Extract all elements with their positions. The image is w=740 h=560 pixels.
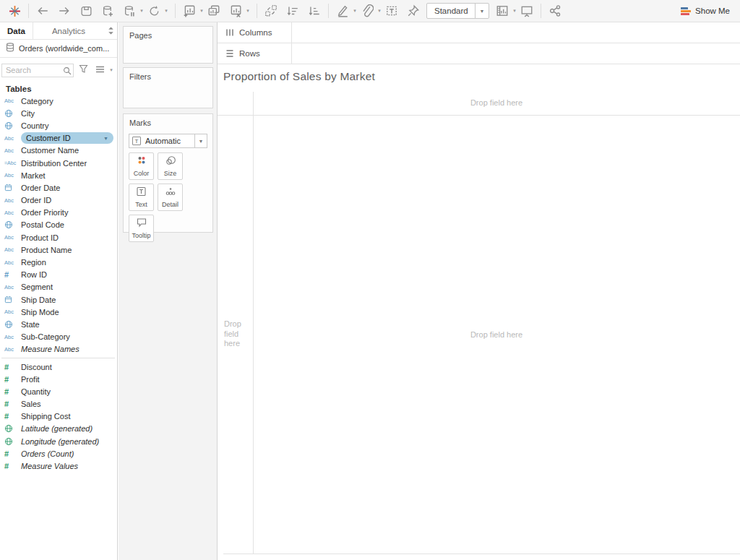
field-row[interactable]: #Orders (Count) — [0, 447, 116, 460]
field-row[interactable]: #Measure Values — [0, 460, 116, 472]
view-options-caret-icon[interactable]: ▾ — [108, 67, 115, 73]
tab-data[interactable]: Data — [0, 22, 33, 39]
selected-field-pill[interactable]: Customer ID▼ — [21, 132, 113, 144]
show-hide-cards-caret-icon[interactable]: ▾ — [511, 8, 518, 14]
field-row[interactable]: AbcProduct ID — [0, 231, 116, 244]
field-row[interactable]: AbcMeasure Names — [0, 343, 116, 356]
highlight-caret-icon[interactable]: ▾ — [351, 8, 358, 14]
view-options-icon[interactable] — [93, 64, 105, 77]
number-icon: # — [4, 449, 9, 458]
columns-icon — [225, 28, 234, 37]
show-me-button[interactable]: Show Me — [681, 7, 734, 15]
drop-field-zone-left[interactable]: Drop field here — [224, 319, 250, 349]
field-row[interactable]: Latitude (generated) — [0, 423, 116, 435]
size-button[interactable]: Size — [158, 152, 183, 180]
filters-shelf[interactable]: Filters — [123, 67, 213, 108]
duplicate-sheet-icon[interactable] — [205, 2, 223, 20]
field-row[interactable]: AbcOrder ID — [0, 194, 116, 207]
field-row[interactable]: #Quantity — [0, 385, 116, 397]
field-row[interactable]: #Profit — [0, 373, 116, 385]
field-row[interactable]: #Row ID — [0, 269, 116, 281]
refresh-data-icon[interactable] — [145, 2, 163, 20]
text-button[interactable]: Text — [129, 184, 154, 211]
color-button[interactable]: Color — [129, 152, 154, 180]
abc-icon: Abc — [4, 197, 14, 204]
presentation-mode-icon[interactable] — [518, 2, 535, 20]
number-icon: # — [4, 363, 9, 371]
field-row[interactable]: AbcShip Mode — [0, 306, 116, 318]
pages-shelf[interactable]: Pages — [123, 26, 213, 64]
sort-ascending-icon[interactable] — [284, 2, 301, 20]
rows-shelf-head: Rows — [218, 43, 292, 64]
abc-icon: Abc — [4, 309, 14, 315]
fit-selector-caret-icon[interactable]: ▼ — [475, 4, 489, 18]
fit-selector[interactable]: Standard ▼ — [426, 3, 489, 19]
clear-sheet-caret-icon[interactable]: ▾ — [244, 8, 251, 14]
data-source-item[interactable]: Orders (worldwide_com... — [0, 40, 117, 58]
marks-buttons: ColorSizeTextDetailTooltip — [124, 152, 212, 242]
clear-sheet-icon[interactable] — [227, 2, 244, 20]
field-row[interactable]: #Discount — [0, 361, 116, 373]
swap-rows-columns-icon[interactable] — [262, 2, 280, 20]
field-row[interactable]: AbcProduct Name — [0, 244, 116, 256]
pause-auto-updates-caret-icon[interactable]: ▾ — [138, 8, 145, 14]
field-row[interactable]: =AbcDistribution Center — [0, 157, 116, 169]
field-row[interactable]: Longitude (generated) — [0, 435, 116, 447]
rows-shelf-drop-area[interactable] — [292, 43, 740, 64]
detail-button[interactable]: Detail — [158, 184, 183, 211]
field-row[interactable]: State — [0, 318, 116, 330]
redo-icon[interactable] — [56, 2, 73, 20]
filter-fields-icon[interactable] — [77, 64, 90, 77]
fix-axes-icon[interactable] — [405, 2, 422, 20]
share-workbook-icon[interactable] — [546, 2, 564, 20]
undo-icon[interactable] — [34, 2, 51, 20]
sort-descending-icon[interactable] — [306, 2, 323, 20]
field-row[interactable]: AbcCustomer ID▼ — [0, 132, 116, 145]
field-row[interactable]: AbcMarket — [0, 169, 116, 181]
field-row[interactable]: AbcSegment — [0, 281, 116, 293]
columns-shelf[interactable]: Columns — [218, 22, 740, 43]
field-row[interactable]: AbcCategory — [0, 95, 116, 107]
mark-type-dropdown[interactable]: T Automatic ▼ — [129, 134, 207, 148]
field-row[interactable]: Country — [0, 119, 116, 132]
field-row[interactable]: Postal Code — [0, 219, 116, 231]
field-row[interactable]: AbcOrder Priority — [0, 207, 116, 219]
refresh-data-caret-icon[interactable]: ▾ — [163, 8, 170, 14]
marks-label: Marks — [124, 114, 212, 129]
show-hide-cards-icon[interactable] — [494, 2, 511, 20]
field-row[interactable]: Ship Date — [0, 293, 116, 306]
save-icon[interactable] — [77, 2, 95, 20]
field-row[interactable]: #Shipping Cost — [0, 410, 116, 423]
field-row[interactable]: AbcSub-Category — [0, 331, 116, 343]
field-row[interactable]: #Sales — [0, 398, 116, 410]
globe-icon — [4, 424, 13, 433]
show-mark-labels-icon[interactable] — [383, 2, 400, 20]
pane-expander-icon[interactable] — [104, 22, 117, 39]
measure-list: #Discount#Profit#Quantity#Sales#Shipping… — [0, 361, 116, 473]
pause-auto-updates-icon[interactable] — [121, 2, 138, 20]
group-members-caret-icon[interactable]: ▾ — [376, 8, 383, 14]
columns-shelf-drop-area[interactable] — [292, 22, 740, 43]
worksheet-area: Columns Rows Proportion of Sales by Mark… — [217, 22, 740, 560]
mark-type-caret-icon[interactable]: ▼ — [194, 134, 207, 147]
field-row[interactable]: AbcRegion — [0, 256, 116, 268]
field-row[interactable]: Order Date — [0, 181, 116, 194]
field-row[interactable]: City — [0, 107, 116, 119]
globe-icon — [4, 437, 13, 446]
tooltip-button[interactable]: Tooltip — [129, 215, 154, 242]
tab-analytics[interactable]: Analytics — [33, 22, 104, 39]
rows-shelf[interactable]: Rows — [218, 43, 740, 64]
globe-icon — [4, 220, 13, 229]
field-caret-icon[interactable]: ▼ — [103, 136, 108, 141]
tableau-logo-icon — [6, 2, 23, 20]
new-worksheet-caret-icon[interactable]: ▾ — [198, 8, 205, 14]
sheet-title[interactable]: Proportion of Sales by Market — [223, 70, 375, 83]
group-members-icon[interactable] — [358, 2, 376, 20]
rows-shelf-label: Rows — [239, 49, 260, 58]
highlight-icon[interactable] — [334, 2, 351, 20]
field-row[interactable]: AbcCustomer Name — [0, 145, 116, 157]
drop-field-zone-center[interactable]: Drop field here — [253, 330, 740, 339]
new-worksheet-icon[interactable] — [181, 2, 198, 20]
drop-field-zone-top[interactable]: Drop field here — [253, 98, 740, 107]
new-data-source-icon[interactable] — [99, 2, 116, 20]
